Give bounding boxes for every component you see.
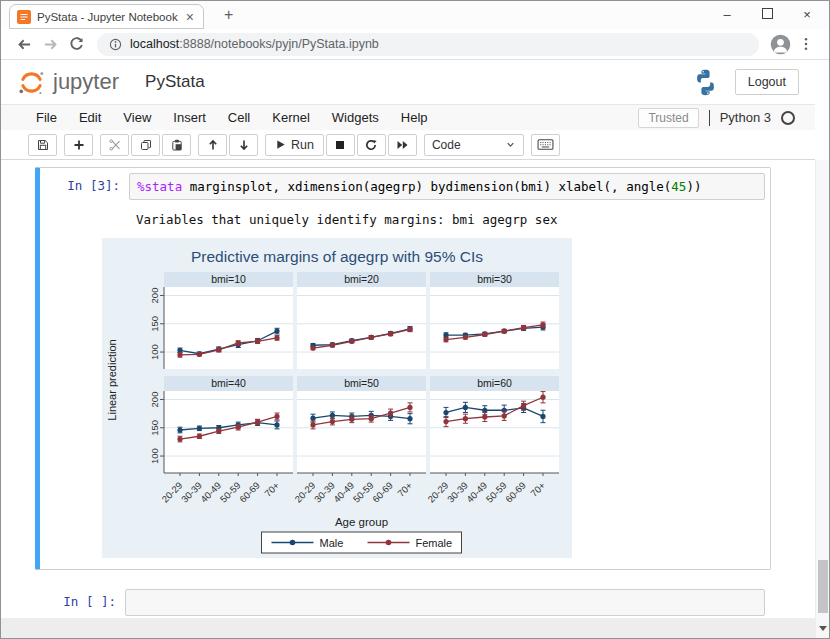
restart-kernel-button[interactable] [357,134,386,156]
svg-text:200: 200 [150,288,161,304]
forward-button[interactable] [37,32,63,56]
code-segment: 45 [671,179,686,194]
menu-file[interactable]: File [25,106,68,129]
svg-text:bmi=50: bmi=50 [344,377,379,389]
notebook-status: Trusted Python 3 [638,108,795,128]
save-button[interactable] [28,134,57,156]
divider [709,110,710,126]
cell-type-select[interactable]: Code [424,134,524,156]
paste-icon [171,139,183,151]
svg-text:bmi=60: bmi=60 [477,377,512,389]
play-icon [275,139,286,150]
browser-menu-button[interactable] [793,32,819,56]
address-bar: localhost:8888/notebooks/pyjn/PyStata.ip… [1,29,829,60]
cell2-code[interactable] [125,589,765,616]
svg-text:100: 100 [150,448,161,464]
cut-cell-button[interactable] [100,134,129,156]
back-button[interactable] [11,32,37,56]
page-scrollbar[interactable] [815,160,829,638]
code-cell-1[interactable]: In [3]: %stata marginsplot, xdimension(a… [35,167,771,570]
refresh-icon [69,37,84,52]
copy-icon [140,139,152,151]
svg-text:Female: Female [416,537,453,549]
cell1-input-row: In [3]: %stata marginsplot, xdimension(a… [45,173,765,200]
code-segment: marginsplot, xdimension(agegrp) bydimens… [182,179,671,194]
move-cell-down-button[interactable] [229,134,258,156]
python-logo-icon [691,68,720,97]
browser-titlebar: PyStata - Jupyter Notebook × + – × [1,1,829,29]
svg-text:bmi=20: bmi=20 [344,273,379,285]
jupyter-wordmark[interactable]: jupyter [53,69,119,95]
scrollbar-down-arrow-icon[interactable] [819,626,827,631]
svg-text:bmi=30: bmi=30 [477,273,512,285]
new-tab-button[interactable]: + [215,5,242,25]
menu-kernel[interactable]: Kernel [261,106,321,129]
menu-view[interactable]: View [112,106,162,129]
cell1-output-text: Variables that uniquely identify margins… [136,212,765,227]
window-controls: – × [707,1,827,29]
back-icon [17,37,32,52]
move-cell-up-button[interactable] [198,134,227,156]
interrupt-kernel-button[interactable] [326,134,355,156]
refresh-button[interactable] [63,32,89,56]
browser-tab[interactable]: PyStata - Jupyter Notebook × [9,4,204,29]
paste-cell-button[interactable] [162,134,191,156]
scrollbar-thumb[interactable] [818,560,828,613]
kebab-menu-icon [799,37,813,51]
svg-text:Age group: Age group [335,516,388,528]
avatar-icon [770,34,791,55]
cell-type-value: Code [432,138,461,152]
logout-button[interactable]: Logout [735,69,799,95]
menu-edit[interactable]: Edit [68,106,112,129]
page-info-icon[interactable] [109,38,122,51]
jupyter-favicon-icon [17,10,31,24]
notebook-title[interactable]: PyStata [145,72,205,92]
kernel-idle-icon [781,111,795,125]
url-field[interactable]: localhost:8888/notebooks/pyjn/PyStata.ip… [97,33,759,56]
arrow-up-icon [207,139,219,151]
url-path: :8888/notebooks/pyjn/PyStata.ipynb [179,37,378,51]
code-segment: )) [686,179,701,194]
menu-help[interactable]: Help [390,106,439,129]
forward-icon [43,37,58,52]
arrow-down-icon [238,139,250,151]
svg-text:150: 150 [150,316,161,332]
browser-window: PyStata - Jupyter Notebook × + – × local… [0,0,830,639]
profile-button[interactable] [767,32,793,56]
code-cell-2[interactable]: In [ ]: [35,583,771,618]
svg-text:100: 100 [150,344,161,360]
tab-title: PyStata - Jupyter Notebook [37,11,184,23]
command-palette-button[interactable] [531,134,560,156]
menu-widgets[interactable]: Widgets [321,106,390,129]
scissors-icon [109,139,121,151]
close-button[interactable]: × [787,1,827,29]
svg-text:bmi=40: bmi=40 [211,377,246,389]
svg-text:150: 150 [150,420,161,436]
stata-marginsplot-chart: Predictive margins of agegrp with 95% CI… [102,238,572,558]
trusted-badge[interactable]: Trusted [638,108,698,128]
cell2-input-row: In [ ]: [41,589,765,616]
copy-cell-button[interactable] [131,134,160,156]
jupyter-logo-icon[interactable] [17,68,46,97]
restart-run-all-button[interactable] [388,134,417,156]
menu-bar: File Edit View Insert Cell Kernel Widget… [1,104,815,130]
tab-close-icon[interactable]: × [184,9,196,25]
maximize-button[interactable] [747,1,787,29]
run-button[interactable]: Run [265,134,324,156]
run-label: Run [291,138,314,152]
chevron-down-icon [505,139,516,150]
fast-forward-icon [396,139,409,151]
menu-cell[interactable]: Cell [217,106,261,129]
code-segment: %stata [137,179,182,194]
cell1-code[interactable]: %stata marginsplot, xdimension(agegrp) b… [129,173,765,200]
svg-text:200: 200 [150,392,161,408]
minimize-button[interactable]: – [707,1,747,29]
menu-insert[interactable]: Insert [162,106,217,129]
notebook-scroll-area[interactable]: In [3]: %stata marginsplot, xdimension(a… [1,160,815,638]
svg-text:bmi=10: bmi=10 [211,273,246,285]
add-cell-button[interactable] [64,134,93,156]
kernel-name: Python 3 [720,110,771,125]
svg-text:Predictive margins of agegrp w: Predictive margins of agegrp with 95% CI… [191,248,483,265]
cell2-input-prompt: In [ ]: [41,589,125,616]
stop-icon [334,139,346,151]
